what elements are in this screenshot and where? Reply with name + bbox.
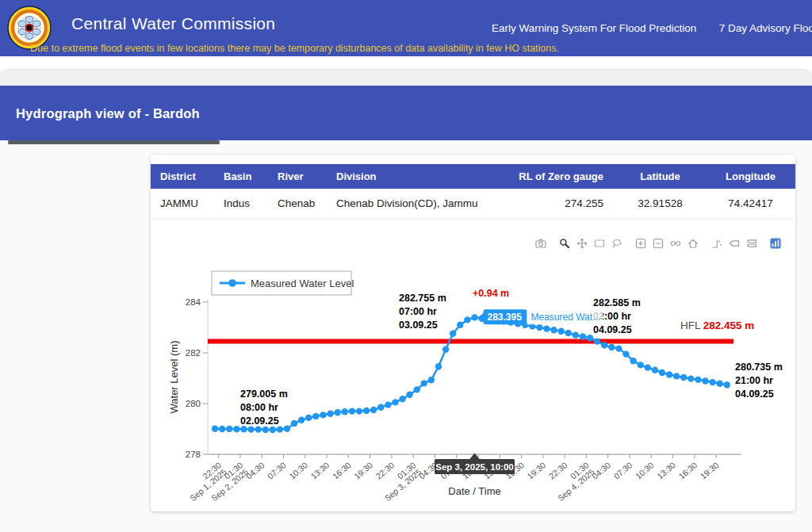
content-top-band	[0, 70, 812, 86]
station-table-header-row: District Basin River Division RL of Zero…	[151, 164, 795, 189]
svg-text:10:30: 10:30	[634, 460, 656, 480]
svg-text:283.395: 283.395	[488, 312, 523, 323]
hydrograph-chart[interactable]: 278280282284Water Level (m)22:30Sep 1, 2…	[151, 230, 795, 511]
lasso-select-icon[interactable]	[609, 235, 625, 251]
col-basin: Basin	[214, 164, 268, 189]
annotation-min-level: 279.005 m08:00 hr02.09.25	[240, 388, 288, 427]
header-nav: Early Warning System For Flood Predictio…	[492, 21, 812, 35]
hover-tooltip: 283.395Measured Wat...	[479, 309, 603, 324]
measured-series-markers	[212, 314, 730, 433]
hover-compare-icon[interactable]	[744, 235, 760, 251]
cell-district: JAMMU	[151, 189, 214, 219]
cell-basin: Indus	[214, 189, 268, 219]
y-axis: 278280282284Water Level (m)	[168, 297, 208, 459]
station-table: District Basin River Division RL of Zero…	[151, 164, 795, 220]
modebar-group	[708, 235, 760, 251]
svg-text:13:30: 13:30	[655, 460, 677, 480]
legend-label: Measured Water Level	[251, 277, 354, 289]
svg-text:07:30: 07:30	[266, 460, 288, 480]
nav-7day-advisory-flood[interactable]: 7 Day Advisory Flood	[719, 22, 812, 34]
header-gap	[0, 56, 812, 70]
svg-text:10:30: 10:30	[287, 460, 309, 480]
svg-text:282: 282	[186, 348, 201, 358]
box-select-icon[interactable]	[592, 235, 607, 251]
y-axis-title: Water Level (m)	[168, 341, 180, 414]
cell-division: Chenab Division(CD), Jammu	[327, 189, 511, 219]
modebar-group	[556, 235, 626, 251]
nav-early-warning-system[interactable]: Early Warning System For Flood Predictio…	[492, 22, 696, 34]
zoom-out-icon[interactable]	[650, 235, 666, 251]
svg-text:13:30: 13:30	[309, 460, 331, 480]
svg-text:19:30: 19:30	[699, 460, 721, 480]
legend[interactable]: Measured Water Level	[212, 271, 354, 295]
col-rl-zero-gauge: RL of Zero gauge	[511, 164, 615, 189]
pan-icon[interactable]	[574, 235, 590, 251]
chart-canvas[interactable]: 278280282284Water Level (m)22:30Sep 1, 2…	[151, 230, 795, 511]
horizontal-scrollbar-thumb[interactable]	[8, 140, 220, 144]
annotation-hfl-crossing-up: 282.755 m07:00 hr03.09.25	[399, 293, 446, 331]
svg-text:Measured Wat...: Measured Wat...	[531, 312, 601, 323]
svg-text:07:30: 07:30	[611, 460, 634, 480]
col-longitude: Longitude	[706, 164, 795, 189]
cell-latitude: 32.91528	[615, 189, 706, 219]
svg-text:16:30: 16:30	[676, 460, 699, 480]
svg-text:Sep 3, 2025, 10:00: Sep 3, 2025, 10:00	[435, 462, 513, 472]
svg-text:16:30: 16:30	[331, 460, 353, 480]
zoom-in-icon[interactable]	[633, 235, 649, 251]
cell-longitude: 74.42417	[706, 189, 795, 219]
section-title-bar: Hydrograph view of - Bardoh	[0, 86, 812, 140]
svg-text:278: 278	[186, 450, 201, 459]
modebar-group	[532, 235, 550, 251]
col-district: District	[151, 164, 214, 189]
x-axis-title: Date / Time	[448, 485, 500, 497]
station-table-row: JAMMU Indus Chenab Chenab Division(CD), …	[151, 189, 795, 219]
svg-text:22:30: 22:30	[547, 460, 569, 480]
svg-text:284: 284	[186, 297, 201, 307]
modebar-group	[632, 235, 702, 251]
svg-text:19:30: 19:30	[352, 460, 374, 480]
plotly-modebar	[526, 235, 784, 251]
col-river: River	[268, 164, 327, 189]
svg-text:04:30: 04:30	[590, 460, 612, 480]
station-card: District Basin River Division RL of Zero…	[151, 155, 795, 511]
x-axis-hover-tooltip: Sep 3, 2025, 10:00	[435, 454, 515, 475]
screen: Central Water Commission Early Warning S…	[0, 0, 812, 532]
spikelines-icon[interactable]	[709, 235, 725, 251]
chart-annotations: 279.005 m08:00 hr02.09.25282.755 m07:00 …	[240, 288, 783, 427]
annotation-hfl: HFL 282.455 m	[680, 320, 754, 331]
app-header: Central Water Commission Early Warning S…	[0, 0, 812, 56]
reset-home-icon[interactable]	[685, 235, 701, 251]
annotation-rise-amount: +0.94 m	[473, 288, 509, 299]
svg-text:19:30: 19:30	[525, 460, 547, 480]
svg-text:04:30: 04:30	[244, 460, 266, 480]
plotly-logo-icon[interactable]	[768, 235, 783, 251]
app-title: Central Water Commission	[71, 14, 275, 33]
col-division: Division	[327, 164, 511, 189]
measured-series-line	[215, 317, 727, 430]
flood-warning-text: Due to extreme flood events in few locat…	[30, 43, 559, 54]
cell-rl-zero-gauge: 274.255	[511, 189, 615, 219]
annotation-latest-level: 280.735 m21:00 hr04.09.25	[735, 362, 783, 400]
camera-icon[interactable]	[533, 235, 549, 251]
hover-closest-icon[interactable]	[726, 235, 742, 251]
col-latitude: Latitude	[615, 164, 706, 189]
autoscale-icon[interactable]	[668, 235, 684, 251]
page-title: Hydrograph view of - Bardoh	[16, 106, 200, 121]
cell-river: Chenab	[268, 189, 327, 219]
svg-text:280: 280	[186, 399, 201, 408]
svg-text:22:30: 22:30	[373, 460, 396, 480]
zoom-icon[interactable]	[557, 235, 573, 251]
modebar-group	[767, 235, 784, 251]
